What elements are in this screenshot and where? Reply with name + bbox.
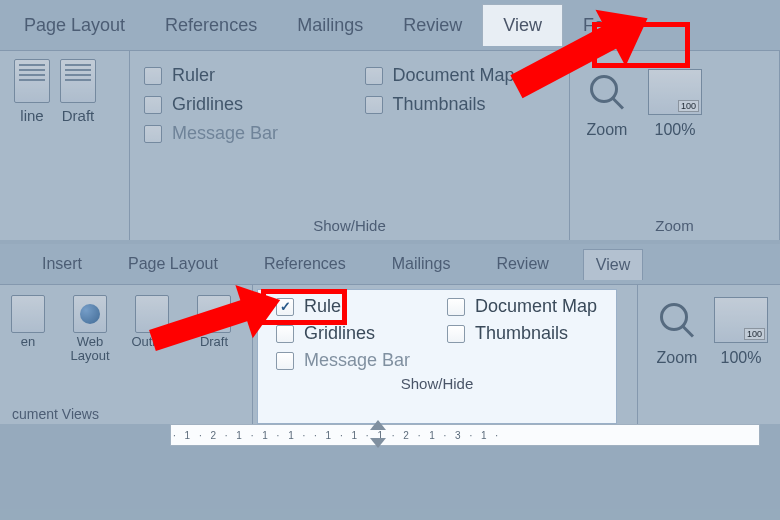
outline-label: line [20,107,43,124]
ruler-checkbox-2[interactable]: ✓ Ruler [276,296,427,317]
thumbnails-checkbox[interactable]: Thumbnails [365,94,556,115]
globe-icon [73,295,107,333]
outline-icon [14,59,50,103]
checkbox-icon [144,125,162,143]
page-100-icon [648,69,702,115]
zoom-group-label: Zoom [584,213,765,240]
zoom-100-button[interactable]: 100% [648,69,702,139]
views2-group: en Web Layout Outline Draft [0,285,253,424]
tab2-view[interactable]: View [583,249,643,280]
gridlines-checkbox[interactable]: Gridlines [144,94,335,115]
web-layout-button[interactable]: Web Layout [62,295,118,424]
tab-view[interactable]: View [482,4,563,46]
outline-view-button[interactable]: line [14,59,50,124]
zoom-label: Zoom [587,121,628,139]
messagebar-label-2: Message Bar [304,350,410,371]
v2-draft-label: Draft [200,335,228,349]
bottom-tabs: Insert Page Layout References Mailings R… [0,244,780,284]
checkbox-icon [447,298,465,316]
tab2-insert[interactable]: Insert [30,249,94,279]
first-line-indent-marker[interactable] [370,420,386,430]
v2-outline-label: Outline [131,335,172,349]
thumbnails-label: Thumbnails [393,94,486,115]
docmap-checkbox-2[interactable]: Document Map [447,296,598,317]
page-icon [11,295,45,333]
tab2-mailings[interactable]: Mailings [380,249,463,279]
draft-icon [197,295,231,333]
tab-references[interactable]: References [145,5,277,46]
gridlines-checkbox-2[interactable]: Gridlines [276,323,427,344]
docmap-label-2: Document Map [475,296,597,317]
messagebar-checkbox-2[interactable]: Message Bar [276,350,598,371]
docmap-checkbox[interactable]: Document Map [365,65,556,86]
zoom-100-button-2[interactable]: 100% [714,297,768,424]
checkbox-icon [365,67,383,85]
zoom-group: Zoom 100% Zoom [570,51,780,240]
magnifier-icon [584,69,630,115]
tab-foxit[interactable]: Foxit [563,5,642,46]
docmap-label: Document Map [393,65,515,86]
draft-button[interactable]: Draft [186,295,242,424]
showhide-panel-2: ✓ Ruler Document Map Gridlines Thumbnail… [257,289,617,424]
v2-en-label: en [21,335,35,349]
bottom-ribbon: en Web Layout Outline Draft ✓ Ruler Docu… [0,284,780,424]
zoom-button[interactable]: Zoom [584,69,630,139]
tab-review[interactable]: Review [383,5,482,46]
top-ribbon: line Draft Ruler Document Map Gridlines [0,50,780,240]
messagebar-label: Message Bar [172,123,278,144]
draft-view-button[interactable]: Draft [60,59,96,124]
checkbox-icon [144,67,162,85]
tab-mailings[interactable]: Mailings [277,5,383,46]
thumbnails-label-2: Thumbnails [475,323,568,344]
outline-button[interactable]: Outline [124,295,180,424]
tab2-review[interactable]: Review [484,249,560,279]
thumbnails-checkbox-2[interactable]: Thumbnails [447,323,598,344]
checkbox-icon [447,325,465,343]
horizontal-ruler[interactable]: · 1 · 2 · 1 · 1 · 1 · · 1 · 1 · 1 · 2 · … [170,424,760,446]
showhide-group-label: Show/Hide [144,213,555,240]
checkbox-icon [365,96,383,114]
zoom-100-label: 100% [655,121,696,139]
gridlines-label-2: Gridlines [304,323,375,344]
ruler-checkbox[interactable]: Ruler [144,65,335,86]
showhide-group: Ruler Document Map Gridlines Thumbnails … [130,51,570,240]
checkbox-icon [276,352,294,370]
draft-icon [60,59,96,103]
ruler-label: Ruler [172,65,215,86]
messagebar-checkbox[interactable]: Message Bar [144,123,555,144]
checkbox-checked-icon: ✓ [276,298,294,316]
ruler-label-2: Ruler [304,296,347,317]
tab2-page-layout[interactable]: Page Layout [116,249,230,279]
draft-label: Draft [62,107,95,124]
gridlines-label: Gridlines [172,94,243,115]
zoom-100-label-2: 100% [721,349,762,367]
outline-icon [135,295,169,333]
v2-web-label: Web Layout [62,335,118,364]
zoom-group-2: Zoom 100% [637,285,780,424]
print-layout-button[interactable]: en [0,295,56,424]
checkbox-icon [276,325,294,343]
zoom-button-2[interactable]: Zoom [654,297,700,424]
zoom-label-2: Zoom [657,349,698,367]
page-100-icon [714,297,768,343]
hanging-indent-marker[interactable] [370,438,386,448]
tab-page-layout[interactable]: Page Layout [4,5,145,46]
tab2-references[interactable]: References [252,249,358,279]
magnifier-icon [654,297,700,343]
checkbox-icon [144,96,162,114]
views-group: line Draft [0,51,130,240]
showhide-group-label-2: Show/Hide [276,371,598,392]
top-tabs: Page Layout References Mailings Review V… [0,0,780,50]
